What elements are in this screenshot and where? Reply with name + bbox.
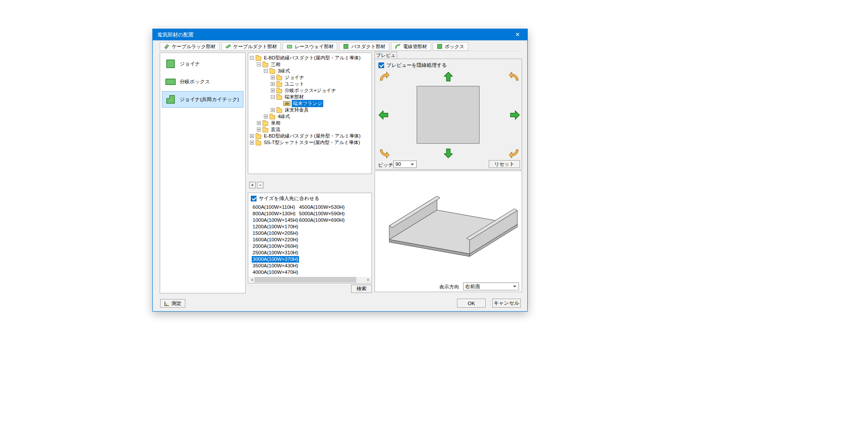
expand-icon[interactable]: + <box>271 76 275 79</box>
electrical-parts-dialog: 電気部材の配置 ✕ ケーブルラック部材ケーブルダクト部材レースウェイ部材バスダク… <box>152 29 528 312</box>
size-option[interactable]: 3500A(100W×430H) <box>252 263 299 269</box>
tree-tools: + − <box>249 182 263 188</box>
tree-item-label: 単相 <box>270 120 281 126</box>
size-option[interactable]: 800A(100W×130H) <box>252 210 299 217</box>
size-option[interactable]: 2000A(100W×260H) <box>252 243 299 250</box>
pitch-label: ピッチ <box>378 162 393 168</box>
expand-icon[interactable]: + <box>257 128 261 132</box>
part-list-item[interactable]: ジョイナ(共同カイテック) <box>162 91 243 108</box>
expand-icon[interactable]: + <box>271 82 275 86</box>
size-option[interactable]: 4500A(100W×530H) <box>298 204 345 210</box>
expand-icon[interactable]: + <box>250 141 254 145</box>
pitch-select[interactable]: 90 <box>393 161 417 168</box>
scroll-right-icon[interactable] <box>365 277 371 283</box>
size-option[interactable]: 1500A(100W×205H) <box>252 230 299 237</box>
tab-cable-duct[interactable]: ケーブルダクト部材 <box>221 42 281 51</box>
expand-icon[interactable]: + <box>264 115 268 118</box>
folder-icon <box>276 95 282 100</box>
ok-button[interactable]: OK <box>457 299 486 308</box>
direction-select[interactable]: 右前面 <box>463 283 519 290</box>
tab-bar: ケーブルラック部材ケーブルダクト部材レースウェイ部材バスダクト部材電線管部材ボッ… <box>160 42 520 51</box>
tab-bus-duct[interactable]: バスダクト部材 <box>339 42 389 51</box>
collapse-icon[interactable]: − <box>271 95 275 99</box>
rotate-top-right-icon[interactable] <box>509 71 520 82</box>
cancel-button[interactable]: キャンセル <box>492 299 521 308</box>
size-option[interactable]: 4000A(100W×470H) <box>252 269 299 276</box>
tree: −E-BD型絶縁バスダクト(屋内型・アルミ導体)−三相−3線式+ジョイナ+ユニッ… <box>248 53 372 174</box>
rotate-down-icon[interactable] <box>443 148 454 159</box>
part-list-item[interactable]: 分岐ボックス <box>162 73 243 90</box>
part-list-item[interactable]: ジョイナ <box>162 56 243 72</box>
expand-icon[interactable]: + <box>271 108 275 112</box>
size-option[interactable]: 3000A(100W×370H) <box>252 256 299 263</box>
reset-button[interactable]: リセット <box>489 160 520 168</box>
tree-item-label: 床支持金具 <box>284 107 309 113</box>
collapse-icon[interactable]: − <box>264 69 268 73</box>
scrollbar-thumb[interactable] <box>254 277 356 283</box>
tree-item[interactable]: +ユニット <box>248 81 372 87</box>
tree-item[interactable]: +ジョイナ <box>248 74 372 81</box>
cable-duct-icon <box>225 43 231 49</box>
collapse-all-button[interactable]: − <box>257 182 263 188</box>
folder-icon <box>276 108 282 113</box>
measure-label: 測定 <box>171 300 181 307</box>
hidden-line-checkbox[interactable] <box>378 62 384 68</box>
conduit-icon <box>395 43 401 49</box>
expand-all-button[interactable]: + <box>249 182 256 188</box>
collapse-icon[interactable]: − <box>250 56 254 60</box>
tab-cable-rack[interactable]: ケーブルラック部材 <box>160 42 220 51</box>
fit-size-checkbox[interactable] <box>251 196 256 201</box>
tab-raceway[interactable]: レースウェイ部材 <box>283 42 337 51</box>
size-option[interactable]: 5000A(100W×590H) <box>298 210 345 217</box>
size-option[interactable]: 1200A(100W×170H) <box>252 224 299 230</box>
tree-item[interactable]: 3D端末フランジ <box>248 100 372 107</box>
tree-item[interactable]: +E-BD型絶縁バスダクト(屋外型・アルミ導体) <box>248 133 372 139</box>
rotate-up-icon[interactable] <box>443 71 454 82</box>
tab-label: 電線管部材 <box>403 43 427 50</box>
folder-icon <box>263 128 268 132</box>
box-icon <box>437 43 443 49</box>
tree-item-label: SS-T型シャフトスター(屋内型・アルミ導体) <box>263 139 361 146</box>
rotate-top-left-icon[interactable] <box>378 71 389 82</box>
part-list: ジョイナ分岐ボックスジョイナ(共同カイテック) <box>160 53 246 293</box>
size-option[interactable]: 600A(100W×110H) <box>252 204 299 210</box>
size-option[interactable]: 6000A(100W×690H) <box>298 217 345 224</box>
bus-duct-icon <box>343 43 349 49</box>
tab-preview[interactable]: プレビュー <box>375 52 397 59</box>
search-button[interactable]: 検索 <box>351 285 372 293</box>
tree-item[interactable]: −三相 <box>248 61 372 68</box>
tree-item[interactable]: +分岐ボックス+ジョイナ <box>248 87 372 94</box>
expand-icon[interactable]: + <box>257 121 261 125</box>
size-option[interactable]: 1600A(100W×220H) <box>252 237 299 243</box>
expand-icon[interactable]: + <box>271 89 275 92</box>
rotate-bottom-right-icon[interactable] <box>509 148 520 159</box>
tree-item[interactable]: −3線式 <box>248 68 372 74</box>
tree-item[interactable]: +単相 <box>248 120 372 126</box>
measure-button[interactable]: 測定 <box>160 299 185 308</box>
tree-item[interactable]: +SS-T型シャフトスター(屋内型・アルミ導体) <box>248 139 372 146</box>
tree-item-label: 3線式 <box>277 68 291 74</box>
collapse-icon[interactable]: − <box>257 62 261 66</box>
close-icon[interactable]: ✕ <box>508 29 527 40</box>
tree-item[interactable]: −端末部材 <box>248 94 372 100</box>
tree-item[interactable]: −E-BD型絶縁バスダクト(屋内型・アルミ導体) <box>248 55 372 61</box>
rotate-bottom-left-icon[interactable] <box>378 148 389 159</box>
rotate-left-icon[interactable] <box>378 109 389 121</box>
size-option[interactable]: 1000A(100W×145H) <box>252 217 299 224</box>
tab-conduit[interactable]: 電線管部材 <box>391 42 431 51</box>
tab-label: ケーブルラック部材 <box>172 43 216 50</box>
tree-item[interactable]: +4線式 <box>248 113 372 120</box>
tree-item-label: 三相 <box>270 61 281 68</box>
tree-item-label: 4線式 <box>277 113 291 120</box>
size-option[interactable]: 2500A(100W×310H) <box>252 250 299 256</box>
horizontal-scrollbar[interactable] <box>249 277 371 283</box>
joiner-kaiteki-icon <box>165 94 176 105</box>
expand-icon[interactable]: + <box>250 134 254 138</box>
tree-item[interactable]: +直流 <box>248 126 372 133</box>
fit-size-label: サイズを挿入先に合わせる <box>259 195 319 202</box>
hidden-line-row: プレビューを隠線処理する <box>378 62 447 69</box>
rotate-right-icon[interactable] <box>509 109 520 121</box>
tree-item[interactable]: +床支持金具 <box>248 107 372 113</box>
scroll-left-icon[interactable] <box>249 277 254 283</box>
tab-box[interactable]: ボックス <box>433 42 468 51</box>
